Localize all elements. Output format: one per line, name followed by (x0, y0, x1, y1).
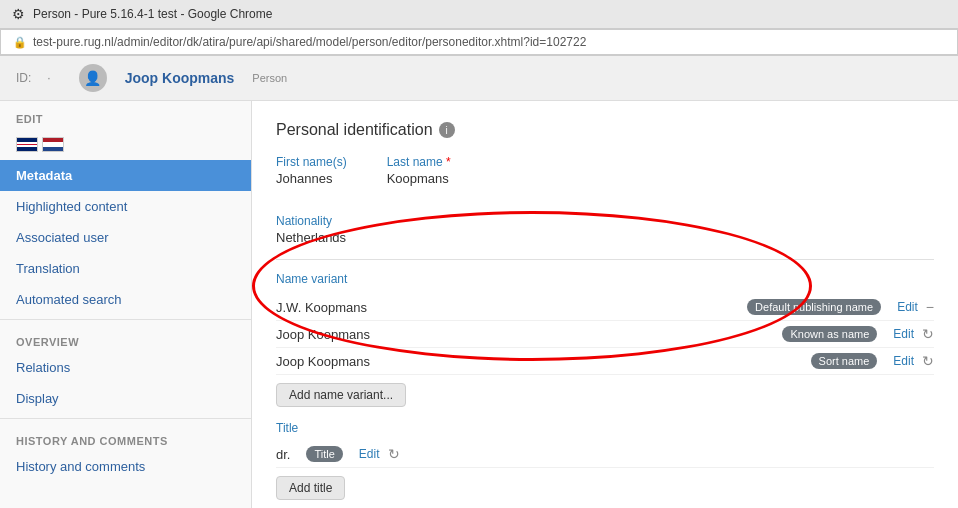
sidebar-item-translation[interactable]: Translation (0, 253, 251, 284)
name-variant-name-3: Joop Koopmans (276, 354, 803, 369)
id-value: · (47, 71, 50, 85)
person-name: Joop Koopmans (125, 70, 235, 86)
divider-1 (276, 259, 934, 260)
id-label: ID: (16, 71, 31, 85)
browser-url: test-pure.rug.nl/admin/editor/dk/atira/p… (33, 35, 586, 49)
refresh-title-icon[interactable]: ↻ (388, 446, 400, 462)
title-label: Title (276, 421, 934, 435)
browser-title: Person - Pure 5.16.4-1 test - Google Chr… (33, 7, 272, 21)
required-asterisk: * (446, 155, 451, 169)
sidebar: EDIT Metadata Highlighted content Associ… (0, 101, 252, 508)
sidebar-item-relations[interactable]: Relations (0, 352, 251, 383)
main-content: Personal identification i First name(s) … (252, 101, 958, 508)
edit-link-2[interactable]: Edit (893, 327, 914, 341)
app-header: ID: · 👤 Joop Koopmans Person (0, 56, 958, 101)
title-row: dr. Title Edit ↻ (276, 441, 934, 468)
nationality-group: Nationality Netherlands (276, 214, 934, 245)
sidebar-divider-1 (0, 319, 251, 320)
minus-icon-1[interactable]: − (926, 299, 934, 315)
name-variant-actions-3: Edit ↻ (893, 353, 934, 369)
name-variant-actions-2: Edit ↻ (893, 326, 934, 342)
edit-title-link[interactable]: Edit (359, 447, 380, 461)
section-title: Personal identification i (276, 121, 934, 139)
name-variant-name-2: Joop Koopmans (276, 327, 774, 342)
info-icon[interactable]: i (439, 122, 455, 138)
last-name-label: Last name * (387, 155, 451, 169)
lock-icon: 🔒 (13, 36, 27, 49)
sidebar-item-highlighted-content[interactable]: Highlighted content (0, 191, 251, 222)
flag-nl[interactable] (42, 137, 64, 152)
badge-default: Default publishing name (747, 299, 881, 315)
add-title-button[interactable]: Add title (276, 476, 345, 500)
refresh-icon-2[interactable]: ↻ (922, 326, 934, 342)
edit-link-1[interactable]: Edit (897, 300, 918, 314)
last-name-group: Last name * Koopmans (387, 155, 451, 186)
title-value: dr. (276, 447, 290, 462)
badge-known: Known as name (782, 326, 877, 342)
sidebar-item-automated-search[interactable]: Automated search (0, 284, 251, 315)
add-name-variant-button[interactable]: Add name variant... (276, 383, 406, 407)
title-section: Title dr. Title Edit ↻ Add title (276, 421, 934, 500)
name-variant-name-1: J.W. Koopmans (276, 300, 739, 315)
sidebar-divider-2 (0, 418, 251, 419)
name-variant-row-1: J.W. Koopmans Default publishing name Ed… (276, 294, 934, 321)
nationality-label: Nationality (276, 214, 934, 228)
browser-icon: ⚙ (12, 6, 25, 22)
title-row-inner: dr. Title (276, 446, 343, 462)
main-layout: EDIT Metadata Highlighted content Associ… (0, 101, 958, 508)
name-variant-label: Name variant (276, 272, 934, 286)
sidebar-item-associated-user[interactable]: Associated user (0, 222, 251, 253)
name-variant-section: Name variant J.W. Koopmans Default publi… (276, 272, 934, 407)
person-icon-glyph: 👤 (84, 70, 101, 86)
name-variant-row-3: Joop Koopmans Sort name Edit ↻ (276, 348, 934, 375)
last-name-value: Koopmans (387, 171, 451, 186)
first-name-group: First name(s) Johannes (276, 155, 347, 186)
person-avatar: 👤 (79, 64, 107, 92)
refresh-icon-3[interactable]: ↻ (922, 353, 934, 369)
name-fields-row: First name(s) Johannes Last name * Koopm… (276, 155, 934, 200)
browser-address-bar: 🔒 test-pure.rug.nl/admin/editor/dk/atira… (0, 29, 958, 56)
name-variant-row-2: Joop Koopmans Known as name Edit ↻ (276, 321, 934, 348)
sidebar-edit-label: EDIT (0, 101, 251, 129)
badge-sort: Sort name (811, 353, 878, 369)
lang-flags (0, 129, 251, 160)
person-type: Person (252, 72, 287, 84)
first-name-label: First name(s) (276, 155, 347, 169)
badge-title: Title (306, 446, 342, 462)
sidebar-item-metadata[interactable]: Metadata (0, 160, 251, 191)
sidebar-history-label: HISTORY AND COMMENTS (0, 427, 251, 451)
browser-title-bar: ⚙ Person - Pure 5.16.4-1 test - Google C… (0, 0, 958, 29)
sidebar-overview-label: OVERVIEW (0, 324, 251, 352)
nationality-value: Netherlands (276, 230, 934, 245)
first-name-value: Johannes (276, 171, 347, 186)
edit-link-3[interactable]: Edit (893, 354, 914, 368)
name-variant-actions-1: Edit − (897, 299, 934, 315)
flag-uk[interactable] (16, 137, 38, 152)
sidebar-item-display[interactable]: Display (0, 383, 251, 414)
sidebar-item-history[interactable]: History and comments (0, 451, 251, 482)
title-actions: Edit ↻ (359, 446, 400, 462)
